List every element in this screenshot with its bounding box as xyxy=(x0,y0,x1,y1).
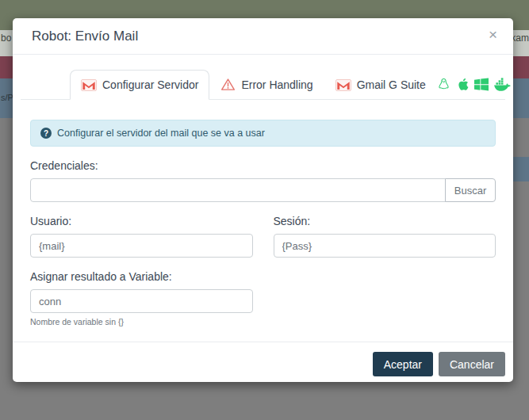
variable-input[interactable] xyxy=(30,289,253,313)
info-banner-text: Configurar el servidor del mail que se v… xyxy=(57,128,265,139)
cancelar-button[interactable]: Cancelar xyxy=(439,352,505,376)
dialog-title: Robot: Envío Mail xyxy=(32,29,494,44)
user-label: Usuario: xyxy=(30,215,253,227)
platform-icons xyxy=(437,77,513,99)
variable-help-text: Nombre de variable sin {} xyxy=(30,317,496,326)
robot-envio-mail-dialog: Robot: Envío Mail × Configurar Servidor xyxy=(13,18,513,382)
windows-icon xyxy=(474,78,489,91)
credentials-input-group: Buscar xyxy=(30,178,496,202)
linux-icon xyxy=(437,77,450,92)
tab-bar: Configurar Servidor Error Handling xyxy=(21,69,505,100)
credentials-label: Credenciales: xyxy=(30,159,496,172)
info-banner: ? Configurar el servidor del mail que se… xyxy=(30,120,496,147)
session-label: Sesión: xyxy=(274,215,496,227)
background-text-fragment: bo xyxy=(1,32,11,44)
tab-label: Configurar Servidor xyxy=(102,78,198,91)
credentials-input[interactable] xyxy=(30,178,446,202)
gmail-icon xyxy=(335,79,351,91)
tab-label: Gmail G Suite xyxy=(357,78,426,91)
dialog-header: Robot: Envío Mail × xyxy=(13,18,513,55)
variable-label: Asignar resultado a Variable: xyxy=(30,270,496,283)
question-circle-icon: ? xyxy=(40,128,52,139)
form-area: Credenciales: Buscar Usuario: Sesión: xyxy=(21,159,505,326)
tab-configurar-servidor[interactable]: Configurar Servidor xyxy=(70,70,209,100)
background-text-fragment: s/P xyxy=(1,93,13,102)
tab-label: Error Handling xyxy=(241,78,312,91)
close-icon[interactable]: × xyxy=(489,27,497,42)
dialog-footer: Aceptar Cancelar xyxy=(13,342,513,382)
buscar-button[interactable]: Buscar xyxy=(445,178,496,202)
tab-gmail-g-suite[interactable]: Gmail G Suite xyxy=(324,70,437,100)
background-blue-band-right xyxy=(512,157,529,181)
apple-icon xyxy=(456,77,469,92)
user-session-row: Usuario: Sesión: xyxy=(30,202,496,258)
docker-icon xyxy=(494,78,512,91)
user-input[interactable] xyxy=(30,234,253,258)
aceptar-button[interactable]: Aceptar xyxy=(373,352,433,376)
background-text-fragment: kam xyxy=(511,32,529,44)
warning-triangle-icon xyxy=(220,78,236,91)
gmail-icon xyxy=(81,79,97,91)
dialog-body: Configurar Servidor Error Handling xyxy=(13,55,513,342)
screen: bo kam s/P Robot: Envío Mail × Configura… xyxy=(0,0,529,420)
session-input[interactable] xyxy=(274,234,496,258)
tab-error-handling[interactable]: Error Handling xyxy=(209,69,324,100)
